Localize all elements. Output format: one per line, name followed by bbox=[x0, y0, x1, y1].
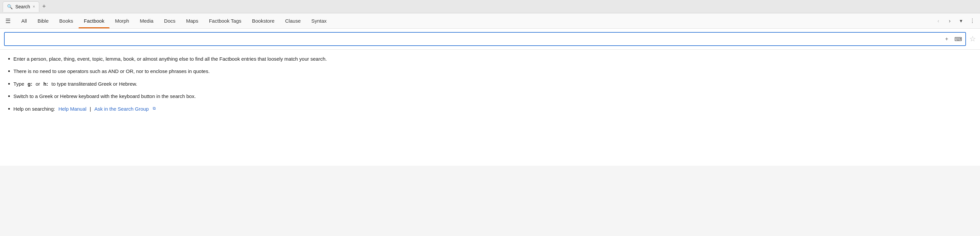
search-tab[interactable]: 🔍 Search × bbox=[3, 2, 39, 12]
nav-tab-all[interactable]: All bbox=[16, 13, 32, 28]
nav-tab-morph[interactable]: Morph bbox=[110, 13, 135, 28]
forward-icon: › bbox=[949, 18, 950, 24]
list-item-suffix: to type transliterated Greek or Hebrew. bbox=[52, 80, 137, 88]
list-item: There is no need to use operators such a… bbox=[8, 68, 972, 75]
more-icon: ⋮ bbox=[970, 18, 975, 24]
nav-forward-button[interactable]: › bbox=[945, 16, 955, 26]
search-tab-icon: 🔍 bbox=[7, 4, 13, 10]
tab-close-button[interactable]: × bbox=[33, 4, 35, 9]
tab-bar: 🔍 Search × + bbox=[0, 0, 980, 13]
add-icon: + bbox=[945, 36, 948, 42]
list-item-text: Enter a person, place, thing, event, top… bbox=[13, 55, 326, 63]
help-list: Enter a person, place, thing, event, top… bbox=[8, 55, 972, 113]
list-item: Enter a person, place, thing, event, top… bbox=[8, 55, 972, 63]
nav-tab-bible[interactable]: Bible bbox=[32, 13, 54, 28]
list-item-text: Switch to a Greek or Hebrew keyboard wit… bbox=[13, 92, 196, 100]
nav-right-controls: ‹ › ▾ ⋮ bbox=[934, 16, 977, 26]
hamburger-menu-button[interactable]: ☰ bbox=[3, 16, 13, 26]
search-input-wrapper: + ⌨ bbox=[4, 32, 966, 46]
search-input[interactable] bbox=[7, 36, 942, 42]
nav-tab-bookstore[interactable]: Bookstore bbox=[247, 13, 280, 28]
nav-tab-factbook[interactable]: Factbook bbox=[78, 13, 110, 28]
nav-tabs: All Bible Books Factbook Morph Media Doc… bbox=[16, 13, 934, 28]
nav-dropdown-button[interactable]: ▾ bbox=[956, 16, 966, 26]
dropdown-icon: ▾ bbox=[960, 18, 963, 24]
keyboard-icon: ⌨ bbox=[955, 36, 962, 42]
nav-tab-docs[interactable]: Docs bbox=[159, 13, 181, 28]
list-item: Switch to a Greek or Hebrew keyboard wit… bbox=[8, 92, 972, 100]
nav-back-button[interactable]: ‹ bbox=[934, 16, 943, 26]
list-item: Type g: or h: to type transliterated Gre… bbox=[8, 80, 972, 88]
separator: | bbox=[90, 105, 91, 113]
nav-bar: ☰ All Bible Books Factbook Morph Media D… bbox=[0, 13, 980, 29]
nav-tab-syntax[interactable]: Syntax bbox=[306, 13, 332, 28]
content-area: Search Helps Enter a person, place, thin… bbox=[0, 32, 980, 166]
list-item-middle: or bbox=[36, 80, 40, 88]
help-on-searching-prefix: Help on searching: bbox=[13, 105, 55, 113]
favorite-star-button[interactable]: ☆ bbox=[969, 35, 976, 43]
search-actions: + ⌨ bbox=[942, 34, 963, 44]
add-search-button[interactable]: + bbox=[942, 34, 951, 44]
external-link-icon: ⧉ bbox=[153, 105, 156, 111]
nav-tab-maps[interactable]: Maps bbox=[181, 13, 204, 28]
ask-in-search-group-link[interactable]: Ask in the Search Group bbox=[94, 105, 149, 113]
nav-tab-clause[interactable]: Clause bbox=[280, 13, 306, 28]
list-item-text: There is no need to use operators such a… bbox=[13, 68, 210, 75]
tab-title: Search bbox=[15, 4, 30, 10]
help-manual-link[interactable]: Help Manual bbox=[58, 105, 86, 113]
new-tab-button[interactable]: + bbox=[39, 2, 49, 11]
keyboard-button[interactable]: ⌨ bbox=[953, 34, 963, 44]
list-item: Help on searching: Help Manual | Ask in … bbox=[8, 105, 972, 113]
list-item-prefix: Type bbox=[13, 80, 24, 88]
hamburger-icon: ☰ bbox=[5, 18, 11, 25]
back-icon: ‹ bbox=[937, 18, 939, 24]
nav-tab-media[interactable]: Media bbox=[135, 13, 159, 28]
nav-tab-factbook-tags[interactable]: Factbook Tags bbox=[204, 13, 247, 28]
code-h: h: bbox=[43, 80, 48, 88]
search-area: + ⌨ ☆ bbox=[0, 29, 980, 49]
nav-more-button[interactable]: ⋮ bbox=[967, 16, 977, 26]
nav-tab-books[interactable]: Books bbox=[54, 13, 78, 28]
code-g: g: bbox=[28, 80, 32, 88]
